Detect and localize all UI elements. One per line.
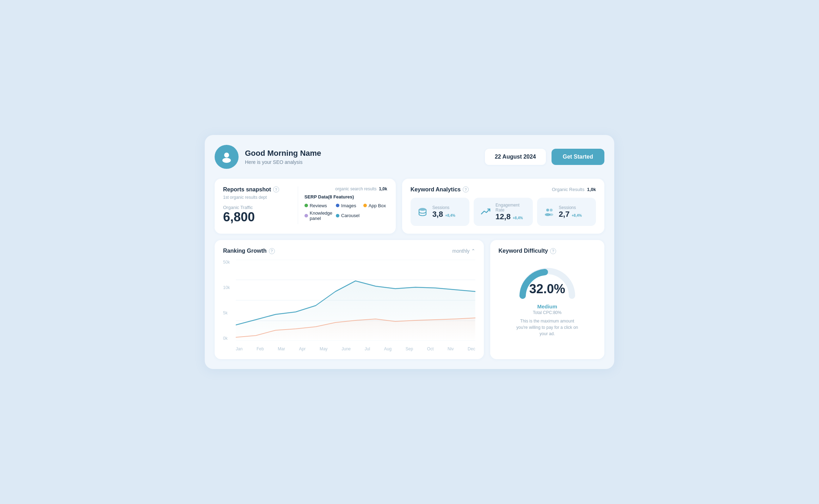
bottom-row: Ranking Growth ? monthly ⌃ 50k 10k 5k 0k (215, 240, 604, 359)
header: Good Morning Name Here is your SEO analy… (215, 145, 604, 169)
difficulty-description: This is the maximum amount you're willin… (516, 318, 579, 337)
date-badge: 22 August 2024 (485, 149, 546, 165)
ranking-header: Ranking Growth ? monthly ⌃ (223, 248, 475, 254)
organic-results-value: 1,0k (379, 186, 387, 191)
chart-area: 50k 10k 5k 0k (223, 260, 475, 351)
keyword-difficulty-card: Keyword Difficulty ? 32.0% Medium To (490, 240, 604, 359)
chart-xaxis: Jan Feb Mar Apr May June Jul Aug Sep Oct… (236, 346, 475, 351)
serp-feature-item: App Box (363, 203, 387, 208)
ka-metrics: Sessions 3,8 +8,4% (411, 198, 596, 226)
keyword-analytics-card: Keyword Analytics ? Organic Results 1,0k (402, 179, 604, 234)
ka-metric-engagement: Engagement Rate 12,8 +8,4% (474, 198, 532, 226)
avatar (215, 145, 239, 169)
svg-point-3 (546, 209, 549, 211)
reports-right: organic search results 1,0k SERP Data(8 … (298, 186, 387, 224)
subtitle: Here is your SEO analysis (245, 159, 485, 165)
database-icon (416, 205, 429, 218)
svg-point-2 (419, 208, 426, 211)
reports-inner: Reports snapshot ? 1st organic results d… (223, 186, 387, 224)
serp-features-grid: ReviewsImagesApp BoxKnowledge panelCarou… (304, 203, 387, 221)
ka-info-1: Sessions 3,8 +8,4% (432, 205, 455, 219)
ranking-growth-card: Ranking Growth ? monthly ⌃ 50k 10k 5k 0k (215, 240, 484, 359)
monthly-selector[interactable]: monthly ⌃ (452, 248, 475, 254)
header-text: Good Morning Name Here is your SEO analy… (245, 149, 485, 165)
ka-metric-sessions1: Sessions 3,8 +8,4% (411, 198, 469, 226)
serp-feature-item: Images (336, 203, 360, 208)
organic-results-label: organic search results 1,0k (304, 186, 387, 191)
gauge-container: 32.0% (516, 264, 579, 299)
get-started-button[interactable]: Get Started (552, 149, 604, 165)
difficulty-title: Keyword Difficulty ? (499, 248, 596, 254)
ka-info-3: Sessions 2,7 +8,4% (559, 205, 582, 219)
svg-point-4 (550, 209, 553, 211)
header-right: 22 August 2024 Get Started (485, 149, 604, 165)
serp-title: SERP Data(8 Features) (304, 194, 387, 199)
gauge-value: 32.0% (529, 282, 565, 296)
organic-traffic-label: Organic Traffic (223, 205, 292, 210)
svg-point-1 (222, 158, 231, 163)
svg-point-0 (224, 153, 229, 158)
ka-header: Keyword Analytics ? Organic Results 1,0k (411, 186, 596, 193)
reports-left: Reports snapshot ? 1st organic results d… (223, 186, 292, 224)
ka-help-icon[interactable]: ? (463, 186, 469, 192)
top-row: Reports snapshot ? 1st organic results d… (215, 179, 604, 234)
serp-feature-item: Reviews (304, 203, 332, 208)
difficulty-inner: 32.0% Medium Total CPC:80% This is the m… (499, 260, 596, 337)
ranking-chart (236, 260, 475, 341)
trend-icon (479, 205, 492, 218)
chart-svg-area (236, 260, 475, 341)
chart-yaxis: 50k 10k 5k 0k (223, 260, 230, 341)
reports-title: Reports snapshot ? (223, 186, 292, 193)
reports-dept: 1st organic results dept (223, 195, 292, 200)
users-icon (543, 205, 555, 218)
dashboard: Good Morning Name Here is your SEO analy… (205, 135, 614, 369)
difficulty-level: Medium (537, 303, 557, 309)
ka-info-2: Engagement Rate 12,8 +8,4% (495, 203, 527, 221)
ranking-title: Ranking Growth ? (223, 248, 275, 254)
ranking-help-icon[interactable]: ? (269, 248, 275, 254)
serp-feature-item: Carousel (336, 210, 360, 221)
user-icon (220, 150, 233, 163)
ka-metric-sessions2: Sessions 2,7 +8,4% (537, 198, 596, 226)
serp-feature-item: Knowledge panel (304, 210, 332, 221)
reports-snapshot-card: Reports snapshot ? 1st organic results d… (215, 179, 396, 234)
ka-organic: Organic Results 1,0k (552, 187, 596, 192)
difficulty-help-icon[interactable]: ? (550, 248, 556, 254)
greeting: Good Morning Name (245, 149, 485, 158)
svg-point-6 (549, 214, 553, 216)
organic-traffic-value: 6,800 (223, 210, 292, 224)
ka-title: Keyword Analytics ? (411, 186, 469, 193)
reports-help-icon[interactable]: ? (273, 186, 279, 192)
difficulty-cpc: Total CPC:80% (533, 310, 561, 315)
chevron-up-icon: ⌃ (471, 248, 475, 254)
